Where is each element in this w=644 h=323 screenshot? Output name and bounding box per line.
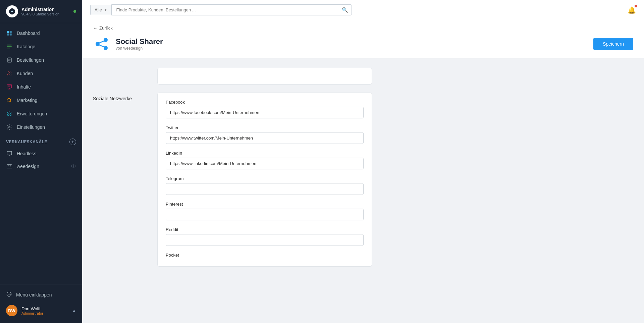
search-input[interactable] — [115, 5, 342, 15]
brand-version: v6.4.9.0 Stable Version — [21, 12, 59, 16]
page-content: Soziale Netzwerke Facebook Twitter Lin — [82, 58, 644, 284]
nav-label-bestellungen: Bestellungen — [17, 57, 44, 63]
label-pinterest: Pinterest — [166, 202, 364, 207]
svg-rect-24 — [10, 166, 11, 166]
input-facebook[interactable] — [166, 107, 364, 118]
section-row-social: Soziale Netzwerke Facebook Twitter Lin — [93, 93, 633, 267]
back-label: Zurück — [99, 25, 113, 31]
svg-rect-6 — [7, 45, 12, 45]
label-pocket: Pocket — [166, 253, 364, 258]
sidebar-item-bestellungen[interactable]: Bestellungen — [0, 53, 82, 67]
top-partial-card — [157, 68, 372, 85]
svg-rect-3 — [10, 31, 12, 33]
svg-rect-4 — [7, 34, 9, 36]
save-button[interactable]: Speichern — [593, 38, 633, 50]
plugin-info: Social Sharer von weedesign — [116, 37, 163, 51]
input-twitter[interactable] — [166, 132, 364, 144]
app-logo — [6, 5, 18, 17]
sidebar-header: Administration v6.4.9.0 Stable Version — [0, 0, 82, 23]
input-reddit[interactable] — [166, 234, 364, 246]
label-telegram: Telegram — [166, 176, 364, 181]
customers-icon — [6, 70, 13, 77]
sidebar-item-marketing[interactable]: Marketing — [0, 94, 82, 107]
nav-label-kataloge: Kataloge — [17, 44, 35, 49]
notification-badge — [635, 5, 637, 7]
svg-rect-11 — [8, 60, 11, 60]
svg-point-13 — [8, 72, 10, 73]
sidebar-footer: Menü einklappen DW Don Wolfi Administrat… — [0, 284, 82, 323]
section-label-empty — [93, 68, 147, 85]
sidebar-item-headless[interactable]: Headless — [0, 147, 82, 160]
svg-line-31 — [99, 41, 104, 43]
plugin-title: Social Sharer — [116, 37, 163, 46]
field-group-reddit: Reddit — [166, 227, 364, 246]
notification-button[interactable]: 🔔 — [628, 6, 636, 14]
sidebar-item-inhalte[interactable]: Inhalte — [0, 80, 82, 94]
add-channel-button[interactable]: + — [69, 139, 76, 145]
user-profile[interactable]: DW Don Wolfi Administrator ▲ — [0, 302, 82, 320]
collapse-menu-button[interactable]: Menü einklappen — [0, 288, 82, 302]
social-fields-card: Facebook Twitter LinkedIn — [157, 93, 372, 267]
online-indicator — [73, 10, 76, 13]
field-group-telegram: Telegram — [166, 176, 364, 195]
plugin-icon — [93, 35, 110, 53]
label-reddit: Reddit — [166, 227, 364, 232]
svg-rect-22 — [8, 165, 9, 166]
input-pinterest[interactable] — [166, 209, 364, 220]
sidebar-item-kunden[interactable]: Kunden — [0, 67, 82, 80]
settings-icon — [6, 124, 13, 130]
back-button[interactable]: ← Zurück — [93, 25, 633, 31]
eye-icon[interactable] — [71, 163, 76, 170]
page-header: ← Zurück Social Sharer von weedesign — [82, 20, 644, 58]
sidebar: Administration v6.4.9.0 Stable Version D… — [0, 0, 82, 323]
plugin-header: Social Sharer von weedesign Speichern — [93, 35, 633, 53]
svg-rect-7 — [7, 46, 12, 47]
topbar: Alle ▼ 🔍 🔔 — [82, 0, 644, 20]
svg-rect-23 — [10, 165, 11, 166]
svg-rect-16 — [8, 86, 11, 86]
nav-label-einstellungen: Einstellungen — [17, 124, 45, 130]
nav-label-kunden: Kunden — [17, 71, 33, 76]
marketing-icon — [6, 97, 13, 104]
svg-line-32 — [99, 45, 104, 47]
main-area: Alle ▼ 🔍 🔔 ← Zurück — [82, 0, 644, 323]
svg-point-14 — [10, 72, 11, 73]
sidebar-item-einstellungen[interactable]: Einstellungen — [0, 120, 82, 134]
collapse-icon — [6, 291, 12, 298]
search-input-wrap: 🔍 — [111, 4, 352, 15]
channel-label-weedesign: weedesign — [17, 164, 39, 169]
label-twitter: Twitter — [166, 125, 364, 130]
svg-rect-18 — [9, 101, 10, 102]
search-filter-label: Alle — [95, 7, 102, 12]
svg-point-26 — [73, 165, 74, 166]
user-info: Don Wolfi Administrator — [21, 306, 43, 315]
search-bar: Alle ▼ 🔍 — [90, 4, 352, 15]
field-group-pinterest: Pinterest — [166, 202, 364, 220]
label-linkedin: LinkedIn — [166, 151, 364, 156]
field-group-pocket: Pocket — [166, 253, 364, 258]
user-chevron-icon: ▲ — [72, 308, 76, 313]
sidebar-item-erweiterungen[interactable]: Erweiterungen — [0, 107, 82, 120]
search-icon[interactable]: 🔍 — [342, 7, 348, 13]
input-linkedin[interactable] — [166, 158, 364, 169]
sidebar-item-dashboard[interactable]: Dashboard — [0, 26, 82, 40]
sidebar-item-kataloge[interactable]: Kataloge — [0, 40, 82, 53]
svg-rect-5 — [10, 34, 12, 36]
nav-label-marketing: Marketing — [17, 98, 37, 103]
back-arrow-icon: ← — [93, 25, 97, 31]
svg-point-19 — [9, 126, 10, 128]
svg-point-29 — [104, 38, 108, 42]
chevron-down-icon: ▼ — [104, 8, 107, 12]
svg-rect-8 — [7, 48, 10, 48]
search-filter-dropdown[interactable]: Alle ▼ — [90, 5, 111, 15]
svg-rect-21 — [7, 165, 12, 168]
svg-rect-10 — [8, 59, 11, 59]
field-group-facebook: Facebook — [166, 100, 364, 118]
input-telegram[interactable] — [166, 183, 364, 195]
topbar-actions: 🔔 — [628, 6, 636, 14]
channel-label-headless: Headless — [17, 151, 36, 156]
user-role: Administrator — [21, 311, 43, 315]
headless-icon — [6, 150, 13, 157]
plugin-author: von weedesign — [116, 46, 163, 51]
sidebar-item-weedesign[interactable]: weedesign — [0, 160, 82, 173]
